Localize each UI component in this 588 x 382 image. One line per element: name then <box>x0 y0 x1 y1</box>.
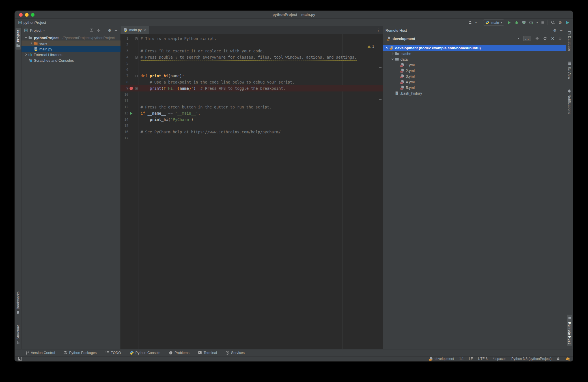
code-line-16[interactable]: 16# See PyCharm help at https://www.jetb… <box>120 129 383 135</box>
breakpoint-icon[interactable] <box>128 85 134 91</box>
chevron-down-icon[interactable] <box>24 36 28 39</box>
chevron-down-icon[interactable]: ▾ <box>43 29 45 32</box>
tree-item-.bash-history[interactable]: ?.bash_history <box>383 90 566 96</box>
sidebar-item-project[interactable]: Project <box>16 28 21 50</box>
tree-item-label: pythonProject <box>34 36 59 40</box>
tree-item-main.py[interactable]: main.py <box>21 46 120 52</box>
run-with-coverage-button[interactable] <box>522 20 526 25</box>
code-line-14[interactable]: 14 print_hi('PyCharm') <box>120 116 383 123</box>
user-account-icon[interactable] <box>468 20 472 25</box>
close-tab-icon[interactable]: × <box>143 28 147 32</box>
editor-options-kebab-icon[interactable]: ⋮ <box>376 28 380 33</box>
code-line-9[interactable]: 9 print(f'Hi, {name}') # Press ⌘F8 to to… <box>120 85 383 91</box>
collapse-all-icon[interactable] <box>535 37 539 40</box>
code-line-11[interactable]: 11 <box>120 98 383 104</box>
fold-marker-icon[interactable] <box>134 54 139 60</box>
close-panel-icon[interactable]: × <box>551 37 555 41</box>
tree-item-development-node2.example.com-home-ubuntu-[interactable]: SFTPdevelopment (node2.example.com/home/… <box>383 45 566 51</box>
status-interpreter[interactable]: Python 3.8 (pythonProject) <box>511 357 552 361</box>
status-encoding[interactable]: UTF-8 <box>478 357 488 361</box>
code-line-10[interactable]: 10 <box>120 91 383 98</box>
fold-marker-icon[interactable] <box>134 35 139 42</box>
more-actions-button[interactable]: ... <box>523 36 531 41</box>
toolwindow-button-services[interactable]: Services <box>225 351 245 355</box>
tree-item-venv[interactable]: venv <box>21 40 120 46</box>
tree-item-scratches-and-consoles[interactable]: Scratches and Consoles <box>21 57 120 63</box>
run-gutter-icon[interactable] <box>128 110 134 116</box>
hide-panel-icon[interactable]: − <box>115 29 118 32</box>
tab-main-py[interactable]: main.py × <box>120 26 149 34</box>
chevron-right-icon[interactable] <box>390 52 395 55</box>
sidebar-item-bookmarks[interactable]: Bookmarks <box>16 289 21 317</box>
panel-options-gear-icon[interactable]: ⚙ <box>108 29 111 32</box>
run-button[interactable] <box>507 21 511 25</box>
tree-item-5.yml[interactable]: YML5.yml <box>383 85 566 90</box>
toolwindow-button-version-control[interactable]: Version Control <box>25 351 55 355</box>
tree-item-1.yml[interactable]: YML1.yml <box>383 62 566 68</box>
unlock-icon[interactable] <box>557 357 560 361</box>
tree-item-external-libraries[interactable]: External Libraries <box>21 52 120 57</box>
chevron-down-icon[interactable] <box>385 46 389 49</box>
code-line-7[interactable]: 7def print_hi(name): <box>120 73 383 79</box>
search-everywhere-icon[interactable] <box>551 20 555 25</box>
refresh-icon[interactable] <box>543 37 547 40</box>
code-line-2[interactable]: 2 <box>120 42 383 48</box>
toolwindow-button-terminal[interactable]: Terminal <box>198 351 217 355</box>
expand-all-icon[interactable] <box>89 28 93 32</box>
inspection-widget[interactable]: 1 <box>367 44 374 48</box>
scrollbar-warning-mark[interactable] <box>379 67 382 68</box>
svg-text:YML: YML <box>400 65 403 67</box>
tree-item-2.yml[interactable]: YML2.yml <box>383 68 566 73</box>
sidebar-item-remote-host[interactable]: Remote Host <box>567 315 572 346</box>
code-line-5[interactable]: 5 <box>120 60 383 67</box>
server-selector[interactable]: SFTP development <box>387 37 415 41</box>
chevron-right-icon[interactable] <box>29 42 34 45</box>
tree-item-4.yml[interactable]: YML4.yml <box>383 79 566 85</box>
debug-button[interactable] <box>514 20 519 25</box>
status-indent[interactable]: 4 spaces <box>493 357 506 361</box>
code-area[interactable]: 1# This is a sample Python script.23# Pr… <box>120 34 383 349</box>
tool-window-switcher-icon[interactable] <box>18 357 22 361</box>
tree-item-3.yml[interactable]: YML3.yml <box>383 73 566 79</box>
hide-panel-icon[interactable]: − <box>560 29 563 32</box>
cloud-sync-icon[interactable] <box>565 357 570 361</box>
toolwindow-button-todo[interactable]: TODO <box>105 351 121 355</box>
code-line-15[interactable]: 15 <box>120 123 383 129</box>
sidebar-item-notifications[interactable]: Notifications <box>567 87 572 116</box>
code-line-1[interactable]: 1# This is a sample Python script. <box>120 35 383 42</box>
code-line-6[interactable]: 6 <box>120 67 383 73</box>
code-line-12[interactable]: 12# Press the green button in the gutter… <box>120 104 383 110</box>
toolwindow-button-python-packages[interactable]: Python Packages <box>63 351 96 355</box>
project-panel-title[interactable]: Project <box>30 28 41 33</box>
tree-item-.cache[interactable]: .cache <box>383 51 566 56</box>
gradient-play-icon[interactable] <box>565 20 570 25</box>
sidebar-item-sciview[interactable]: SciView <box>567 59 572 81</box>
code-line-4[interactable]: 4# Press Double ⇧ to search everywhere f… <box>120 54 383 60</box>
profiler-button[interactable] <box>529 20 533 25</box>
sidebar-item-structure[interactable]: Structure <box>16 323 21 346</box>
chevron-right-icon[interactable] <box>24 53 28 56</box>
panel-options-gear-icon[interactable]: ⚙ <box>553 29 556 32</box>
status-line-separator[interactable]: LF <box>469 357 473 361</box>
scrollbar-warning-mark[interactable] <box>379 99 382 100</box>
code-line-3[interactable]: 3# Press ^R to execute it or replace it … <box>120 48 383 54</box>
fold-marker-icon[interactable] <box>134 85 139 91</box>
project-widget[interactable]: pythonProject <box>18 20 46 25</box>
sidebar-item-database[interactable]: Database <box>567 29 572 53</box>
chevron-down-icon[interactable] <box>390 58 395 61</box>
toolwindow-button-python-console[interactable]: Python Console <box>130 351 160 355</box>
tree-item-data[interactable]: data <box>383 56 566 62</box>
status-remote-host[interactable]: SFTP development <box>429 357 454 361</box>
help-link[interactable]: https://www.jetbrains.com/help/pycharm/ <box>191 130 281 134</box>
server-selector-caret-icon[interactable]: ▾ <box>518 37 519 40</box>
toolwindow-button-problems[interactable]: Problems <box>169 351 189 355</box>
collapse-all-icon[interactable] <box>97 28 101 32</box>
code-line-8[interactable]: 8 # Use a breakpoint in the code line be… <box>120 79 383 85</box>
settings-gear-icon[interactable]: ⚙ <box>558 21 562 25</box>
code-line-13[interactable]: 13if __name__ == '__main__': <box>120 110 383 116</box>
run-configuration-selector[interactable]: main ▾ <box>483 20 504 25</box>
tree-item-pythonproject[interactable]: pythonProject~/PycharmProjects/pythonPro… <box>21 35 120 40</box>
status-caret-position[interactable]: 1:1 <box>459 357 464 361</box>
code-line-17[interactable]: 17 <box>120 135 383 141</box>
fold-marker-icon[interactable] <box>134 73 139 79</box>
